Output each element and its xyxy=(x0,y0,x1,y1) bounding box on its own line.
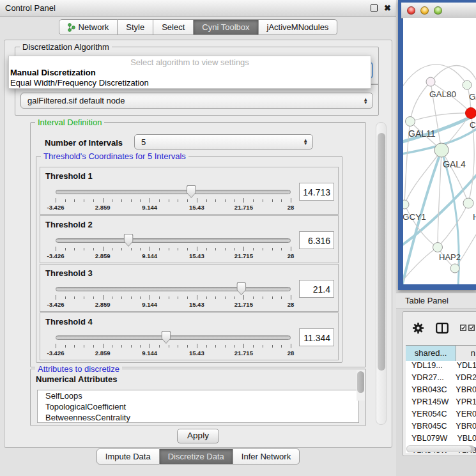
attributes-scrollbar[interactable] xyxy=(357,370,365,401)
tab-jactivemnodules[interactable]: jActiveMNodules xyxy=(259,19,338,35)
mac-zoom-icon[interactable] xyxy=(434,6,442,15)
cell-name[interactable]: YBR0 xyxy=(450,385,476,397)
threshold-slider[interactable]: -3.4262.8599.14415.4321.71528 xyxy=(56,233,291,261)
panel-title: Control Panel xyxy=(5,3,56,13)
checkbox-checked-icon[interactable] xyxy=(468,325,475,331)
tab-label: Network xyxy=(79,22,109,32)
cell-name[interactable]: YBL0 xyxy=(451,434,476,446)
table-row[interactable]: YBR045CYBR0 xyxy=(406,422,476,434)
slider-track[interactable] xyxy=(56,287,291,291)
interval-definition-group: Interval Definition Number of Intervals … xyxy=(30,122,366,367)
network-view-window[interactable]: GAL80GACGAL11GAL4GCY1HHAP2 xyxy=(398,0,476,290)
slider-thumb-face[interactable] xyxy=(187,186,196,197)
tab-discretize-data[interactable]: Discretize Data xyxy=(160,449,233,464)
gear-icon[interactable] xyxy=(412,322,424,334)
threshold-slider[interactable]: -3.4262.8599.14415.4321.71528 xyxy=(56,185,291,213)
network-edge[interactable] xyxy=(410,82,431,121)
number-of-intervals-combobox[interactable]: 5 ▲▼ xyxy=(134,134,313,150)
popup-option-manual[interactable]: Manual Discretization xyxy=(9,68,371,78)
cell-name[interactable]: YPR1 xyxy=(450,397,476,410)
scale-label: 15.43 xyxy=(189,301,204,308)
slider-thumb[interactable] xyxy=(187,185,196,198)
table-row[interactable]: YER054CYER0 xyxy=(406,410,476,422)
network-node[interactable] xyxy=(434,143,449,157)
threshold-value-field[interactable]: 14.713 xyxy=(299,183,334,201)
tab-select[interactable]: Select xyxy=(153,19,194,35)
float-window-icon[interactable] xyxy=(371,4,378,12)
cell-shared-name[interactable]: YBL079W xyxy=(406,434,451,446)
slider-thumb-face[interactable] xyxy=(125,234,133,246)
network-node[interactable] xyxy=(463,198,473,208)
tab-style[interactable]: Style xyxy=(118,19,153,35)
cell-shared-name[interactable]: YER054C xyxy=(406,410,450,422)
tab-infer-network[interactable]: Infer Network xyxy=(233,449,300,464)
tab-impute-data[interactable]: Impute Data xyxy=(96,449,160,464)
close-icon[interactable]: ✖ xyxy=(384,4,391,12)
apply-button[interactable]: Apply xyxy=(177,429,219,443)
tab-network[interactable]: Network xyxy=(59,19,118,35)
table-horizontal-scrollbar[interactable] xyxy=(406,445,475,452)
mac-minimize-icon[interactable] xyxy=(420,6,429,15)
checkbox-checked-icon[interactable] xyxy=(460,325,466,331)
slider-track[interactable] xyxy=(56,190,291,194)
algorithm-dropdown-popup: Select algorithm to view settings Manual… xyxy=(8,56,371,89)
cell-shared-name[interactable]: YBR043C xyxy=(406,385,450,397)
threshold-slider[interactable]: -3.4262.8599.14415.4321.71528 xyxy=(56,330,291,358)
network-node[interactable] xyxy=(406,117,415,127)
cell-name[interactable]: YDR2 xyxy=(450,373,476,385)
threshold-value-field[interactable]: 21.4 xyxy=(299,280,334,298)
scrollbar-thumb[interactable] xyxy=(357,371,364,393)
table-data-combobox[interactable]: galFiltered.sif default node ▲▼ xyxy=(20,93,373,109)
column-header-shared-name[interactable]: shared... xyxy=(406,346,456,361)
threshold-panel: Threshold 2 -3.4262.8599.14415.4321.7152… xyxy=(40,215,339,263)
attribute-list-item[interactable]: BetweennessCentrality xyxy=(38,412,358,423)
numerical-attributes-list[interactable]: SelfLoopsTopologicalCoefficientBetweenne… xyxy=(37,390,359,423)
slider-track[interactable] xyxy=(56,335,291,340)
cell-shared-name[interactable]: YPR145W xyxy=(406,397,450,410)
network-window-titlebar[interactable] xyxy=(401,3,476,19)
table-row[interactable]: YPR145WYPR1 xyxy=(406,397,476,410)
column-header-name[interactable]: n xyxy=(456,346,476,361)
cell-shared-name[interactable]: YDR27... xyxy=(406,373,450,385)
network-node[interactable] xyxy=(450,264,459,273)
threshold-value-field[interactable]: 6.316 xyxy=(299,231,334,249)
network-node[interactable] xyxy=(463,81,472,89)
slider-track[interactable] xyxy=(56,238,291,243)
popup-option-equal-width[interactable]: Equal Width/Frequency Discretization xyxy=(9,78,371,88)
network-edge[interactable] xyxy=(403,247,438,284)
tab-label: Infer Network xyxy=(242,452,291,461)
cell-name[interactable]: YER0 xyxy=(450,410,476,422)
mac-close-icon[interactable] xyxy=(407,6,415,15)
slider-thumb[interactable] xyxy=(124,234,134,247)
scrollbar-thumb[interactable] xyxy=(407,446,471,452)
table-row[interactable]: YDR27...YDR2 xyxy=(406,373,476,385)
slider-thumb[interactable] xyxy=(161,331,171,344)
network-node[interactable] xyxy=(433,243,443,252)
network-node[interactable] xyxy=(466,108,476,119)
settings-scrollbar[interactable] xyxy=(376,122,387,425)
cell-name[interactable]: YDL1 xyxy=(451,361,476,373)
cell-name[interactable]: YBR0 xyxy=(450,422,476,434)
table-row[interactable]: YBL079WYBL0 xyxy=(406,434,476,446)
network-node[interactable] xyxy=(426,77,435,86)
threshold-slider[interactable]: -3.4262.8599.14415.4321.71528 xyxy=(56,282,291,310)
table-row[interactable]: YDL19...YDL1 xyxy=(406,361,476,373)
cell-shared-name[interactable]: YBR045C xyxy=(406,422,450,434)
slider-thumb[interactable] xyxy=(236,282,246,295)
scrollbar-thumb[interactable] xyxy=(378,133,385,371)
slider-tick xyxy=(243,344,244,348)
slider-thumb-face[interactable] xyxy=(162,332,170,343)
network-edge[interactable] xyxy=(441,150,468,203)
network-edge[interactable] xyxy=(404,150,441,204)
slider-thumb-face[interactable] xyxy=(237,283,245,295)
tab-cyni-toolbox[interactable]: Cyni Toolbox xyxy=(194,19,258,35)
network-edge[interactable] xyxy=(438,150,441,247)
attribute-list-item[interactable]: SelfLoops xyxy=(38,390,358,401)
cell-shared-name[interactable]: YDL19... xyxy=(406,361,451,373)
table-row[interactable]: YBR043CYBR0 xyxy=(406,385,476,397)
attribute-list-item[interactable]: TopologicalCoefficient xyxy=(38,401,358,412)
threshold-value-field[interactable]: 11.344 xyxy=(299,328,334,346)
network-canvas[interactable]: GAL80GACGAL11GAL4GCY1HHAP2 xyxy=(403,18,476,284)
split-table-icon[interactable] xyxy=(436,323,449,334)
network-node[interactable] xyxy=(403,200,409,209)
